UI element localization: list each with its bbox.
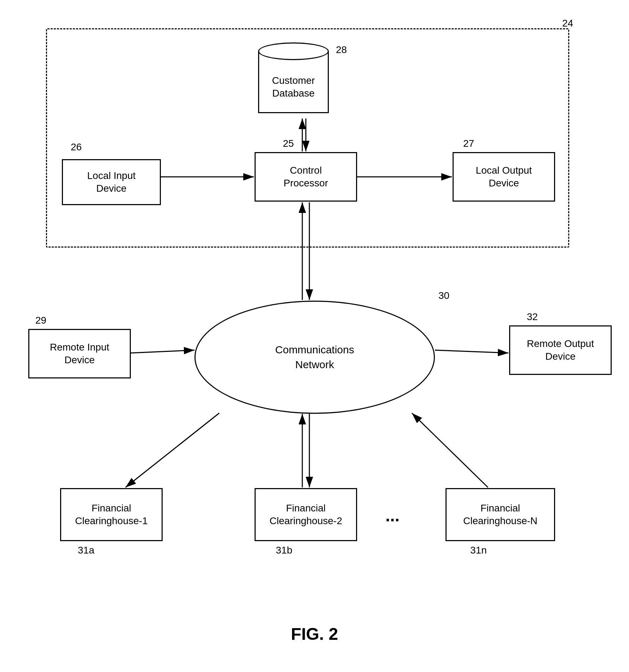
svg-line-9	[435, 350, 508, 353]
communications-network-label: CommunicationsNetwork	[275, 342, 354, 372]
customer-database: Customer Database	[258, 42, 329, 117]
financial-clearinghouse-2: FinancialClearinghouse-2	[255, 488, 357, 541]
ref-31n: 31n	[470, 545, 487, 556]
svg-line-8	[131, 350, 194, 353]
svg-line-13	[412, 413, 488, 487]
financial-clearinghouse-2-label: FinancialClearinghouse-2	[269, 502, 342, 528]
control-processor: ControlProcessor	[255, 152, 357, 202]
financial-clearinghouse-1: FinancialClearinghouse-1	[60, 488, 163, 541]
ref-31b: 31b	[276, 545, 292, 556]
ref-27: 27	[463, 138, 474, 149]
customer-database-label: Customer Database	[265, 74, 322, 100]
ref-29: 29	[35, 315, 46, 326]
local-output-device: Local OutputDevice	[453, 152, 555, 202]
ref-28: 28	[336, 44, 347, 56]
db-top	[258, 42, 329, 60]
svg-line-10	[126, 413, 219, 487]
remote-output-device: Remote OutputDevice	[509, 325, 612, 375]
ref-25: 25	[283, 138, 294, 149]
financial-clearinghouse-1-label: FinancialClearinghouse-1	[75, 502, 147, 528]
dots-label: ...	[385, 506, 400, 525]
communications-network: CommunicationsNetwork	[194, 301, 435, 414]
remote-input-device: Remote InputDevice	[28, 329, 131, 378]
ref-30: 30	[438, 290, 449, 301]
local-input-device: Local InputDevice	[62, 159, 161, 205]
ref-26: 26	[71, 141, 82, 153]
ref-24: 24	[562, 18, 573, 29]
ref-32: 32	[527, 311, 538, 323]
diagram-container: 24 Customer Database 28 26 Local InputDe…	[0, 0, 629, 672]
control-processor-label: ControlProcessor	[284, 164, 328, 190]
local-input-device-label: Local InputDevice	[87, 169, 136, 195]
financial-clearinghouse-n: FinancialClearinghouse-N	[445, 488, 555, 541]
fig-label: FIG. 2	[291, 624, 338, 644]
financial-clearinghouse-n-label: FinancialClearinghouse-N	[463, 502, 537, 528]
local-output-device-label: Local OutputDevice	[476, 164, 532, 190]
ref-31a: 31a	[78, 545, 94, 556]
remote-input-device-label: Remote InputDevice	[50, 341, 109, 367]
remote-output-device-label: Remote OutputDevice	[527, 337, 594, 363]
